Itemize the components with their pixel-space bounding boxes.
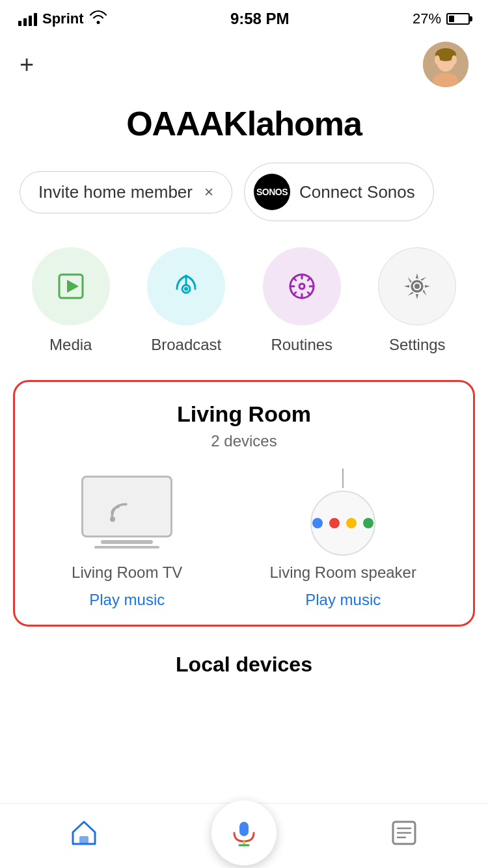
svg-point-23 [110, 517, 115, 522]
devices-row: Living Room TV Play music [28, 470, 460, 609]
svg-point-22 [414, 284, 420, 289]
speaker-body [310, 491, 375, 556]
svg-point-5 [452, 55, 457, 64]
svg-rect-25 [239, 822, 249, 836]
settings-icon [400, 269, 434, 303]
avatar[interactable] [423, 42, 468, 87]
action-routines[interactable]: Routines [263, 247, 341, 354]
speaker-wire [342, 468, 344, 488]
tv-screen [81, 476, 172, 537]
settings-label: Settings [389, 336, 446, 354]
action-settings[interactable]: Settings [378, 247, 456, 354]
battery-icon [446, 13, 470, 25]
bottom-nav [0, 803, 488, 868]
svg-marker-7 [67, 280, 79, 293]
speaker-dots [312, 518, 373, 528]
svg-line-19 [293, 292, 296, 295]
battery-percent: 27% [413, 10, 441, 27]
routines-icon [285, 269, 319, 303]
microphone-fab[interactable] [211, 800, 277, 865]
device-speaker[interactable]: Living Room speaker Play music [269, 470, 416, 609]
tv-icon [81, 476, 172, 549]
status-right: 27% [413, 10, 470, 27]
routines-label: Routines [271, 336, 332, 354]
living-room-card: Living Room 2 devices [13, 380, 475, 627]
speaker-name: Living Room speaker [269, 563, 416, 582]
carrier-label: Sprint [42, 10, 84, 27]
broadcast-icon [169, 269, 203, 303]
cast-icon [109, 489, 145, 524]
speaker-icon [310, 468, 375, 556]
broadcast-circle [147, 247, 225, 325]
signal-icon [18, 12, 37, 26]
room-subtitle: 2 devices [28, 432, 460, 450]
svg-line-17 [308, 292, 310, 295]
svg-point-9 [184, 287, 188, 291]
dot-blue [312, 518, 323, 528]
dot-yellow [346, 518, 357, 528]
home-name: OAAAKlahoma [0, 98, 488, 163]
invite-chip-close[interactable]: × [204, 183, 213, 201]
svg-rect-24 [79, 836, 88, 844]
svg-point-4 [435, 55, 440, 64]
nav-home[interactable] [43, 811, 125, 854]
action-broadcast[interactable]: Broadcast [147, 247, 225, 354]
routines-circle [263, 247, 341, 325]
play-icon [54, 269, 88, 303]
dot-green [363, 518, 373, 528]
home-icon [69, 818, 99, 848]
settings-circle [378, 247, 456, 325]
room-title: Living Room [28, 401, 460, 427]
quick-actions: Media Broadcast [0, 241, 488, 380]
wifi-icon [89, 10, 107, 28]
invite-chip-label: Invite home member [38, 182, 193, 202]
broadcast-label: Broadcast [151, 336, 221, 354]
action-chips-row: Invite home member × SONOS Connect Sonos [0, 163, 488, 241]
add-button[interactable]: + [20, 52, 34, 77]
svg-line-18 [308, 278, 310, 280]
dot-red [329, 518, 340, 528]
tv-name: Living Room TV [72, 563, 182, 582]
svg-point-11 [299, 284, 305, 289]
speaker-icon-area [291, 470, 395, 554]
media-label: Media [49, 336, 92, 354]
tv-icon-area [75, 470, 179, 554]
speaker-play-music-button[interactable]: Play music [305, 591, 381, 609]
invite-member-chip[interactable]: Invite home member × [20, 171, 232, 213]
svg-line-16 [293, 278, 296, 280]
activity-icon [389, 818, 419, 848]
time-display: 9:58 PM [230, 10, 290, 28]
avatar-image [423, 42, 468, 87]
status-left: Sprint [18, 10, 107, 28]
connect-sonos-chip[interactable]: SONOS Connect Sonos [244, 163, 434, 221]
tv-play-music-button[interactable]: Play music [89, 591, 165, 609]
connect-sonos-label: Connect Sonos [299, 182, 415, 202]
status-bar: Sprint 9:58 PM 27% [0, 0, 488, 35]
sonos-logo-text: SONOS [256, 187, 288, 197]
local-devices-title: Local devices [0, 646, 488, 690]
sonos-logo: SONOS [254, 174, 290, 210]
device-tv[interactable]: Living Room TV Play music [72, 470, 182, 609]
app-header: + [0, 35, 488, 98]
action-media[interactable]: Media [32, 247, 110, 354]
nav-activity[interactable] [363, 811, 445, 854]
microphone-icon [228, 817, 260, 849]
media-circle [32, 247, 110, 325]
